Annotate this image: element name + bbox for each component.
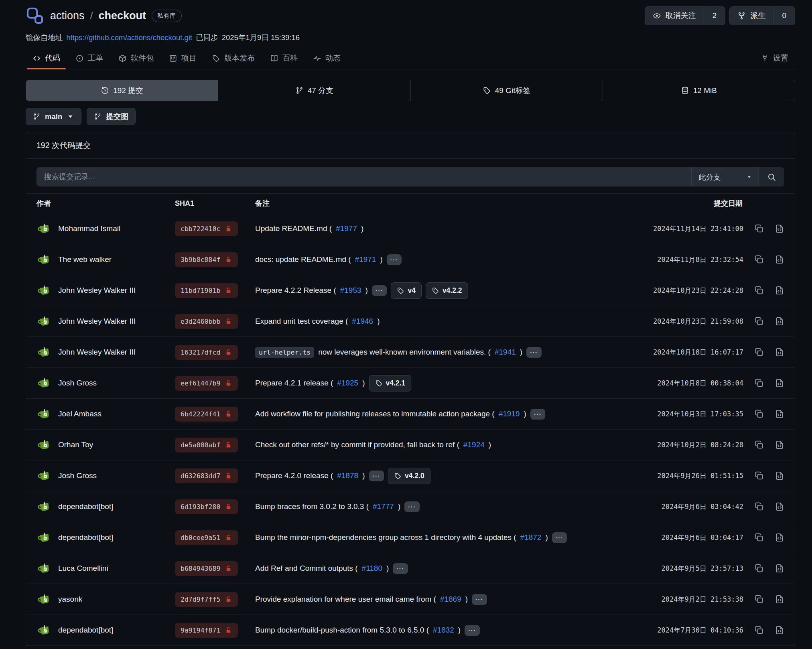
repo-owner-link[interactable]: actions [50,10,85,22]
commit-sha-link[interactable]: 11bd71901b [175,283,238,298]
stat-size[interactable]: 12 MiB [603,80,795,101]
copy-sha-icon[interactable] [754,625,764,635]
expand-commit-body-button[interactable]: ··· [472,594,487,605]
copy-sha-icon[interactable] [754,502,764,511]
fork-button[interactable]: 派生 [730,7,773,25]
issue-link[interactable]: #1872 [520,533,542,542]
browse-source-icon[interactable] [775,594,784,604]
tag-chip[interactable]: v4.2.0 [388,468,430,484]
browse-source-icon[interactable] [775,316,784,326]
browse-source-icon[interactable] [775,409,784,419]
commit-sha-link[interactable]: de5a000abf [175,438,238,452]
expand-commit-body-button[interactable]: ··· [369,471,384,481]
copy-sha-icon[interactable] [754,564,764,573]
browse-source-icon[interactable] [775,347,784,357]
issue-link[interactable]: #1832 [433,626,454,635]
author-link[interactable]: dependabot[bot] [58,626,113,635]
commit-sha-link[interactable]: e3d2460bbb [175,314,238,329]
commit-sha-link[interactable]: 2d7d9f7ff5 [175,592,238,607]
issue-link[interactable]: #1777 [373,502,394,511]
issue-link[interactable]: #1919 [499,410,520,418]
branch-selector[interactable]: main [26,108,81,125]
author-link[interactable]: dependabot[bot] [58,502,113,511]
search-submit-button[interactable] [759,167,784,187]
tab-settings[interactable]: 设置 [754,47,795,69]
tag-chip[interactable]: v4 [391,282,421,299]
commit-sha-link[interactable]: 9a9194f871 [175,623,238,638]
expand-commit-body-button[interactable]: ··· [552,532,567,543]
tab-packages[interactable]: 软件包 [112,47,160,69]
copy-sha-icon[interactable] [754,286,764,295]
expand-commit-body-button[interactable]: ··· [404,501,420,512]
author-link[interactable]: yasonk [58,595,82,604]
author-link[interactable]: Mohammad Ismail [58,224,120,233]
tab-projects[interactable]: 项目 [162,47,203,69]
expand-commit-body-button[interactable]: ··· [372,285,387,296]
author-link[interactable]: John Wesley Walker III [58,348,136,357]
copy-sha-icon[interactable] [754,594,764,604]
mirror-url-link[interactable]: https://github.com/actions/checkout.git [67,33,193,42]
copy-sha-icon[interactable] [754,409,764,419]
branch-filter-dropdown[interactable]: 此分支 [691,167,759,187]
browse-source-icon[interactable] [775,440,784,450]
issue-link[interactable]: #1953 [340,286,361,295]
author-link[interactable]: Joel Ambass [58,410,102,418]
issue-link[interactable]: #1924 [463,440,485,449]
author-link[interactable]: dependabot[bot] [58,533,113,542]
tab-wiki[interactable]: 百科 [263,47,304,69]
commit-search-input[interactable] [37,167,691,187]
browse-source-icon[interactable] [775,502,784,511]
issue-link[interactable]: #1925 [337,379,358,387]
commit-sha-link[interactable]: 6d193bf280 [175,499,238,514]
copy-sha-icon[interactable] [754,440,764,450]
browse-source-icon[interactable] [775,533,784,542]
browse-source-icon[interactable] [775,471,784,481]
commit-sha-link[interactable]: d632683dd7 [175,468,238,483]
copy-sha-icon[interactable] [754,347,764,357]
copy-sha-icon[interactable] [754,471,764,481]
author-link[interactable]: Orhan Toy [58,440,93,449]
author-link[interactable]: Luca Comellini [58,564,108,573]
watchers-count[interactable]: 2 [704,7,725,25]
tag-chip[interactable]: v4.2.2 [426,282,468,299]
expand-commit-body-button[interactable]: ··· [387,254,402,265]
repo-name-link[interactable]: checkout [99,10,146,22]
stat-branches[interactable]: 47 分支 [218,80,410,101]
copy-sha-icon[interactable] [754,378,764,388]
expand-commit-body-button[interactable]: ··· [393,563,408,574]
commit-sha-link[interactable]: 3b9b8c884f [175,252,238,267]
copy-sha-icon[interactable] [754,533,764,542]
expand-commit-body-button[interactable]: ··· [526,347,542,358]
browse-source-icon[interactable] [775,286,784,295]
forks-count[interactable]: 0 [773,7,795,25]
tab-activity[interactable]: 动态 [306,47,347,69]
browse-source-icon[interactable] [775,255,784,264]
browse-source-icon[interactable] [775,224,784,233]
issue-link[interactable]: #1180 [362,564,382,573]
issue-link[interactable]: #1878 [337,471,358,480]
commit-sha-link[interactable]: 6b42224f41 [175,407,238,422]
issue-link[interactable]: #1971 [355,255,376,264]
commit-graph-button[interactable]: 提交图 [87,108,136,125]
issue-link[interactable]: #1946 [352,317,373,326]
commit-sha-link[interactable]: b684943689 [175,561,238,576]
expand-commit-body-button[interactable]: ··· [465,625,480,636]
browse-source-icon[interactable] [775,378,784,388]
copy-sha-icon[interactable] [754,224,764,233]
commit-sha-link[interactable]: eef61447b9 [175,376,238,391]
author-link[interactable]: Josh Gross [58,379,97,387]
expand-commit-body-button[interactable]: ··· [530,409,546,420]
author-link[interactable]: John Wesley Walker III [58,286,136,295]
author-link[interactable]: The web walker [58,255,112,264]
author-link[interactable]: Josh Gross [58,471,97,480]
tab-issues[interactable]: 工单 [69,47,110,69]
stat-tags[interactable]: 49 Git标签 [410,80,603,101]
tab-releases[interactable]: 版本发布 [205,47,262,69]
tag-chip[interactable]: v4.2.1 [369,375,412,391]
copy-sha-icon[interactable] [754,255,764,264]
copy-sha-icon[interactable] [754,316,764,326]
commit-sha-link[interactable]: db0cee9a51 [175,530,238,545]
commit-sha-link[interactable]: cbb722410c [175,221,238,236]
commit-sha-link[interactable]: 163217dfcd [175,345,238,360]
browse-source-icon[interactable] [775,625,784,635]
